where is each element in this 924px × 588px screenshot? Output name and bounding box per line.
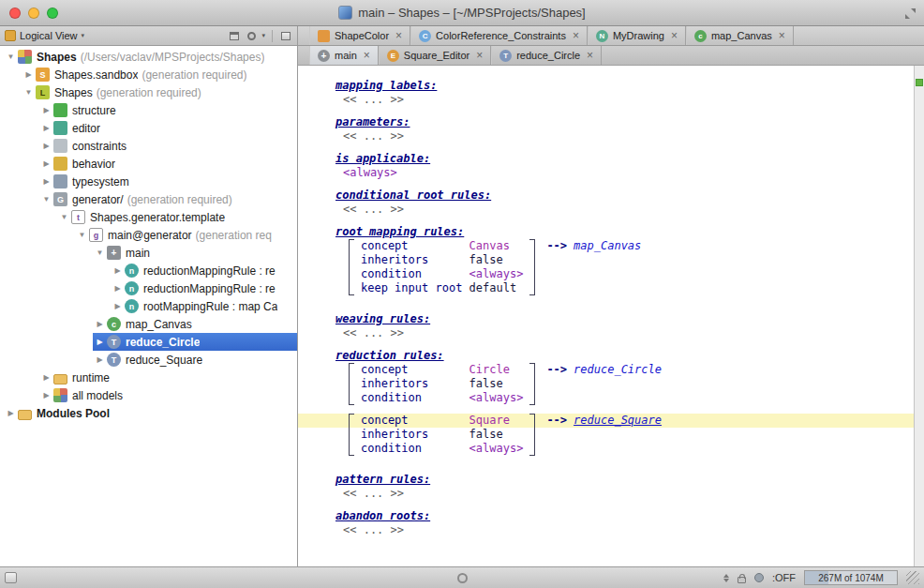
tree-item-shapes-generator-template[interactable]: ▼Shapes.generator.template (0, 208, 297, 226)
float-panel-icon[interactable] (228, 29, 241, 42)
close-tab-icon[interactable]: × (364, 50, 370, 61)
fullscreen-icon[interactable] (905, 8, 916, 19)
tree-item-body[interactable]: ▶constraints (39, 137, 297, 155)
tree-item-modules-pool[interactable]: ▶Modules Pool (0, 404, 297, 422)
tree-item-reduce-square[interactable]: ▶reduce_Square (0, 351, 297, 369)
tree-item-body[interactable]: ▶all models (39, 386, 297, 404)
chevron-down-icon[interactable]: ▾ (82, 32, 85, 39)
expander-icon[interactable]: ▶ (111, 284, 125, 293)
tab-square-editor[interactable]: Square_Editor× (379, 46, 491, 65)
rule-target-link[interactable]: map_Canvas (574, 239, 641, 252)
expander-icon[interactable]: ▼ (39, 195, 53, 204)
expander-icon[interactable]: ▶ (39, 177, 53, 186)
tree-item-reductionmappingrule-re[interactable]: ▶reductionMappingRule : re (0, 262, 297, 279)
editor-empty-cells[interactable]: << ... >> (343, 203, 914, 217)
expander-icon[interactable]: ▶ (111, 266, 125, 275)
tree-item-structure[interactable]: ▶structure (0, 101, 297, 119)
tree-item-main-generator[interactable]: ▼main@generator (generation req (0, 226, 297, 244)
editor-empty-cells[interactable]: << ... >> (343, 523, 914, 537)
error-stripe-scrollbar[interactable] (914, 66, 924, 566)
titlebar[interactable]: main – Shapes – [~/MPSProjects/Shapes] (0, 0, 924, 26)
tree-item-body[interactable]: ▶reduce_Square (93, 351, 297, 369)
editor-empty-cells[interactable]: << ... >> (343, 129, 914, 143)
hide-panel-icon[interactable] (279, 29, 292, 42)
expander-icon[interactable]: ▶ (111, 302, 125, 310)
close-tab-icon[interactable]: × (587, 50, 593, 61)
tree-item-body[interactable]: ▼Shapes.generator.template (57, 208, 297, 226)
rule-property-row[interactable]: condition<always> (361, 267, 523, 281)
editor-section-header[interactable]: mapping labels: (335, 79, 914, 93)
rule-value[interactable]: default (469, 281, 517, 294)
tree-item-shapes[interactable]: ▼Shapes (/Users/vaclav/MPSProjects/Shape… (0, 48, 297, 66)
tree-item-body[interactable]: ▶reduce_Circle (93, 333, 297, 351)
project-tree-panel[interactable]: ▼Shapes (/Users/vaclav/MPSProjects/Shape… (0, 46, 298, 566)
tree-item-body[interactable]: ▶editor (39, 119, 297, 137)
close-tab-icon[interactable]: × (395, 30, 402, 41)
expander-icon[interactable]: ▼ (93, 249, 107, 257)
inspections-profile-icon[interactable] (754, 573, 764, 582)
rule-target-link[interactable]: reduce_Square (574, 414, 662, 427)
tab-reduce-circle[interactable]: reduce_Circle× (491, 46, 602, 65)
rule-block[interactable]: conceptCanvasinheritorsfalsecondition<al… (349, 239, 914, 295)
memory-indicator[interactable]: 267M of 1074M (804, 570, 898, 585)
rule-value[interactable]: Circle (469, 363, 510, 376)
tree-item-reductionmappingrule-re[interactable]: ▶reductionMappingRule : re (0, 279, 297, 297)
tree-item-body[interactable]: ▼main (93, 244, 297, 262)
rule-property-row[interactable]: conceptCircle (361, 363, 523, 377)
editor-value-cell[interactable]: <always> (343, 166, 914, 180)
tree-item-typesystem[interactable]: ▶typesystem (0, 173, 297, 190)
expander-icon[interactable]: ▶ (39, 391, 53, 400)
rule-target-link[interactable]: reduce_Circle (574, 363, 662, 376)
tree-item-body[interactable]: ▼main@generator (generation req (75, 226, 297, 244)
tree-item-runtime[interactable]: ▶runtime (0, 369, 297, 386)
editor-section-header[interactable]: abandon roots: (335, 509, 914, 523)
tree-item-reduce-circle[interactable]: ▶reduce_Circle (0, 333, 297, 351)
background-tasks-icon[interactable] (457, 573, 468, 583)
tab-shapecolor[interactable]: ShapeColor× (309, 26, 410, 45)
editor-section-header[interactable]: conditional root rules: (335, 188, 914, 203)
tree-item-body[interactable]: ▶structure (39, 101, 297, 119)
tree-item-body[interactable]: ▼Shapes (generation required) (22, 83, 297, 101)
generation-status-label[interactable]: :OFF (772, 572, 796, 583)
scroll-arrows-icon[interactable] (723, 574, 729, 582)
close-button[interactable] (9, 8, 21, 19)
tab-map-canvas[interactable]: map_Canvas× (686, 26, 794, 45)
tree-item-behavior[interactable]: ▶behavior (0, 155, 297, 173)
rule-property-row[interactable]: keep input rootdefault (361, 281, 523, 295)
tree-item-body[interactable]: ▶behavior (39, 155, 297, 173)
minimize-button[interactable] (28, 8, 39, 19)
rule-property-row[interactable]: condition<always> (361, 391, 523, 405)
tree-item-body[interactable]: ▶reductionMappingRule : re (111, 279, 297, 297)
close-tab-icon[interactable]: × (573, 30, 579, 41)
tree-item-main[interactable]: ▼main (0, 244, 297, 262)
expander-icon[interactable]: ▼ (4, 53, 18, 61)
resize-grip[interactable] (906, 571, 919, 584)
expander-icon[interactable]: ▶ (39, 124, 53, 132)
tree-item-body[interactable]: ▶runtime (39, 369, 297, 386)
gear-icon[interactable] (245, 29, 258, 42)
rule-property-row[interactable]: inheritorsfalse (361, 377, 523, 391)
tree-item-body[interactable]: ▶Shapes.sandbox (generation required) (22, 66, 297, 83)
tree-item-body[interactable]: ▼generator/ (generation required) (39, 190, 297, 208)
rule-value[interactable]: false (469, 377, 503, 390)
rule-property-row[interactable]: inheritorsfalse (361, 253, 523, 267)
rule-value[interactable]: <always> (469, 442, 524, 455)
tree-item-generator[interactable]: ▼generator/ (generation required) (0, 190, 297, 208)
editor-section-header[interactable]: pattern rules: (335, 473, 914, 487)
close-tab-icon[interactable]: × (476, 50, 483, 61)
expander-icon[interactable]: ▼ (22, 88, 36, 97)
tab-main[interactable]: main× (309, 46, 379, 65)
toggle-panels-icon[interactable] (5, 572, 17, 583)
rule-property-row[interactable]: conceptSquare (361, 414, 523, 428)
tree-item-body[interactable]: ▼Shapes (/Users/vaclav/MPSProjects/Shape… (4, 48, 297, 66)
expander-icon[interactable]: ▶ (39, 106, 53, 114)
editor-section-header[interactable]: is applicable: (335, 152, 914, 166)
rule-property-row[interactable]: conceptCanvas (361, 239, 523, 253)
editor-section-header[interactable]: root mapping rules: (335, 225, 914, 239)
close-tab-icon[interactable]: × (671, 30, 678, 41)
tree-item-body[interactable]: ▶typesystem (39, 173, 297, 190)
gear-chevron-icon[interactable]: ▾ (261, 32, 265, 39)
rule-block[interactable]: conceptCircleinheritorsfalsecondition<al… (349, 363, 914, 405)
rule-value[interactable]: Square (469, 414, 510, 427)
tree-item-body[interactable]: ▶rootMappingRule : map Ca (111, 297, 297, 315)
